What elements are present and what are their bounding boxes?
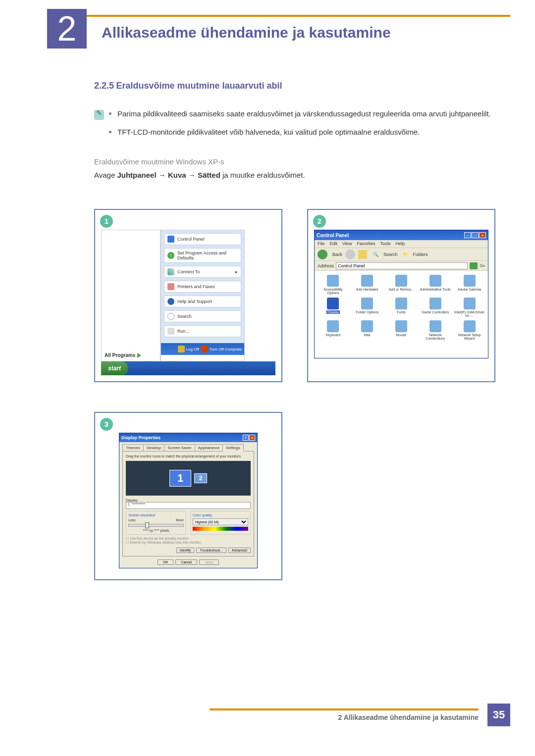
cp-item-label: Network Setup Wizard <box>454 333 485 340</box>
slider-thumb[interactable] <box>145 522 149 528</box>
cp-icon-item[interactable]: Fonts <box>386 298 417 317</box>
color-bar-icon <box>193 527 248 531</box>
note-icon <box>94 110 104 120</box>
cancel-button[interactable]: Cancel <box>175 559 197 565</box>
toolbar-folders[interactable]: Folders <box>413 252 428 257</box>
figure-3-display-properties: 3 Display Properties ? × Themes <box>94 412 282 580</box>
start-item-help[interactable]: Help and Support <box>164 296 241 307</box>
bullet-dot-icon <box>109 131 111 133</box>
menu-help[interactable]: Help <box>395 241 405 247</box>
start-item-run[interactable]: Run... <box>164 325 241 337</box>
cp-address-bar: Address Go <box>315 261 488 271</box>
figure-1-start-menu: 1 All Programs <box>94 209 282 382</box>
cp-icon-item[interactable]: Add or Remov... <box>386 275 417 295</box>
start-item-control-panel[interactable]: Control Panel <box>164 233 241 245</box>
close-button[interactable]: × <box>479 232 486 238</box>
menu-view[interactable]: View <box>342 241 352 247</box>
bullet-text: TFT-LCD-monitoride pildikvaliteet võib h… <box>117 127 420 138</box>
close-button[interactable]: × <box>249 435 255 441</box>
cp-icon-item[interactable]: Mail <box>352 320 383 340</box>
identify-button[interactable]: Identify <box>176 548 195 553</box>
chapter-header: Allikaseadme ühendamine ja kasutamine <box>47 15 510 41</box>
start-item-printers[interactable]: Printers and Faxes <box>164 281 241 293</box>
figure-badge-1: 1 <box>100 215 113 228</box>
extend-desktop-checkbox[interactable]: ☐ Extend my Windows desktop onto this mo… <box>126 541 251 545</box>
monitor-arrangement[interactable]: 1 2 <box>126 461 251 496</box>
maximize-button[interactable]: □ <box>472 232 479 238</box>
cp-icon-item[interactable]: Game Controllers <box>420 298 451 317</box>
taskbar: start <box>101 361 275 375</box>
menu-favorites[interactable]: Favorites <box>357 241 375 247</box>
cp-icon-item[interactable]: Add Hardware <box>352 275 383 295</box>
printers-icon <box>167 283 174 290</box>
menu-edit[interactable]: Edit <box>330 241 338 247</box>
all-programs-button[interactable]: All Programs <box>105 353 141 358</box>
run-icon <box>167 328 174 335</box>
bullet-1: Parima pildikvaliteedi saamiseks saate e… <box>109 108 510 120</box>
turn-off-button[interactable]: Turn Off Computer <box>201 346 242 353</box>
up-button[interactable] <box>358 250 367 259</box>
toolbar-search[interactable]: Search <box>383 252 398 257</box>
bullet-dot-icon <box>109 112 111 115</box>
start-button[interactable]: start <box>101 361 128 375</box>
forward-button[interactable] <box>345 250 355 259</box>
cp-icon-item[interactable]: Display <box>318 298 349 317</box>
start-item-connect[interactable]: Connect To▸ <box>164 266 241 278</box>
tab-settings[interactable]: Settings <box>222 444 244 452</box>
cp-item-icon <box>327 320 339 332</box>
tab-appearance[interactable]: Appearance <box>195 444 223 452</box>
address-input[interactable] <box>336 262 468 269</box>
color-quality-label: Color quality <box>193 513 248 517</box>
start-item-search[interactable]: Search <box>164 310 241 322</box>
troubleshoot-button[interactable]: Troubleshoot... <box>196 548 226 553</box>
start-item-defaults[interactable]: Set Program Access and Defaults <box>164 248 241 263</box>
tab-desktop[interactable]: Desktop <box>143 444 164 452</box>
cp-item-label: Intel(R) GMA Driver for ... <box>454 310 485 317</box>
cp-window-titlebar: Control Panel – □ × <box>315 230 488 240</box>
resolution-slider[interactable] <box>128 524 184 527</box>
cp-item-label: Add Hardware <box>356 288 378 291</box>
cp-title-text: Control Panel <box>317 233 349 238</box>
control-panel-icon <box>167 236 174 243</box>
display-label: Display: <box>126 499 251 502</box>
ok-button[interactable]: OK <box>158 559 173 565</box>
section-number: 2.2.5 <box>94 81 114 91</box>
cp-icon-item[interactable]: Network Setup Wizard <box>454 320 485 340</box>
chevron-right-icon <box>137 353 141 358</box>
monitor-2-icon[interactable]: 2 <box>194 473 207 483</box>
figure-badge-2: 2 <box>313 215 326 228</box>
cp-icon-item[interactable]: Folder Options <box>352 298 383 317</box>
display-select[interactable]: 1. ********** <box>126 502 251 509</box>
menu-tools[interactable]: Tools <box>380 241 390 247</box>
cp-icon-item[interactable]: Intel(R) GMA Driver for ... <box>454 298 485 317</box>
minimize-button[interactable]: – <box>464 232 471 238</box>
drag-hint-text: Drag the monitor icons to match the phys… <box>126 454 251 458</box>
cp-icon-item[interactable]: Network Connections <box>420 320 451 340</box>
bullet-text: Parima pildikvaliteedi saamiseks saate e… <box>117 108 491 120</box>
advanced-button[interactable]: Advanced <box>228 548 251 553</box>
help-icon <box>167 298 174 305</box>
go-button[interactable] <box>470 262 478 269</box>
primary-monitor-checkbox[interactable]: ☐ Use this device as the primary monitor… <box>126 537 251 541</box>
monitor-1-icon[interactable]: 1 <box>169 470 191 487</box>
tab-screensaver[interactable]: Screen Saver <box>164 444 195 452</box>
tab-themes[interactable]: Themes <box>122 444 144 452</box>
color-quality-select[interactable]: Highest (32 bit) <box>193 518 248 525</box>
cp-icon-item[interactable]: Administrative Tools <box>420 275 451 295</box>
apply-button[interactable]: Apply <box>199 559 219 565</box>
cp-icon-item[interactable]: Keyboard <box>318 320 349 340</box>
cp-icon-item[interactable]: Adobe Gamma <box>454 275 485 295</box>
cp-item-icon <box>429 275 441 287</box>
cp-item-icon <box>464 320 476 332</box>
menu-file[interactable]: File <box>318 241 325 247</box>
cp-item-label: Keyboard <box>325 333 340 337</box>
cp-item-label: Adobe Gamma <box>458 288 481 291</box>
cp-icon-item[interactable]: Mouse <box>386 320 417 340</box>
cp-icon-item[interactable]: Accessibility Options <box>318 275 349 295</box>
search-icon <box>167 313 174 320</box>
back-button[interactable] <box>318 250 327 259</box>
help-button[interactable]: ? <box>243 435 249 441</box>
log-off-button[interactable]: Log Off <box>178 346 199 353</box>
cp-item-label: Network Connections <box>420 333 451 340</box>
cp-item-label: Mouse <box>396 333 406 337</box>
